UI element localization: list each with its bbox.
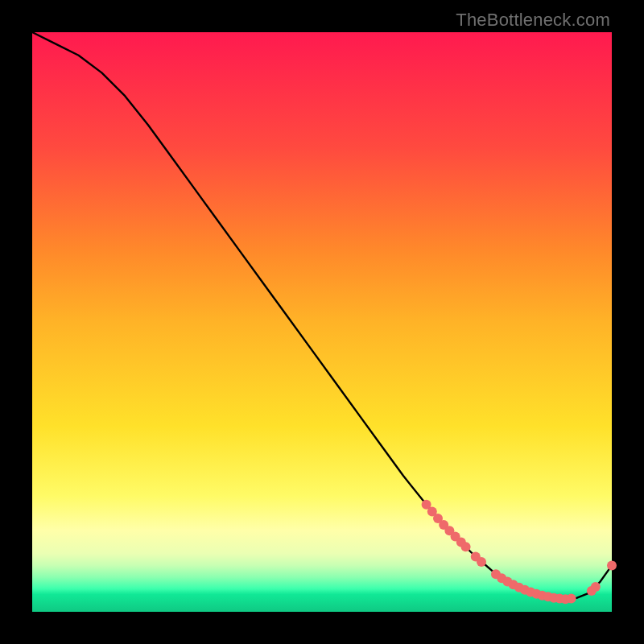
chart-svg	[32, 32, 612, 612]
highlight-dots-group	[422, 500, 617, 604]
highlight-dot	[607, 560, 617, 570]
chart-frame: TheBottleneck.com	[0, 0, 644, 644]
highlight-dot	[567, 593, 576, 603]
highlight-dot	[477, 557, 486, 567]
highlight-dot	[591, 582, 601, 592]
watermark-text: TheBottleneck.com	[456, 10, 610, 31]
highlight-dot	[461, 542, 471, 551]
bottleneck-curve	[32, 32, 612, 599]
plot-area	[32, 32, 612, 612]
